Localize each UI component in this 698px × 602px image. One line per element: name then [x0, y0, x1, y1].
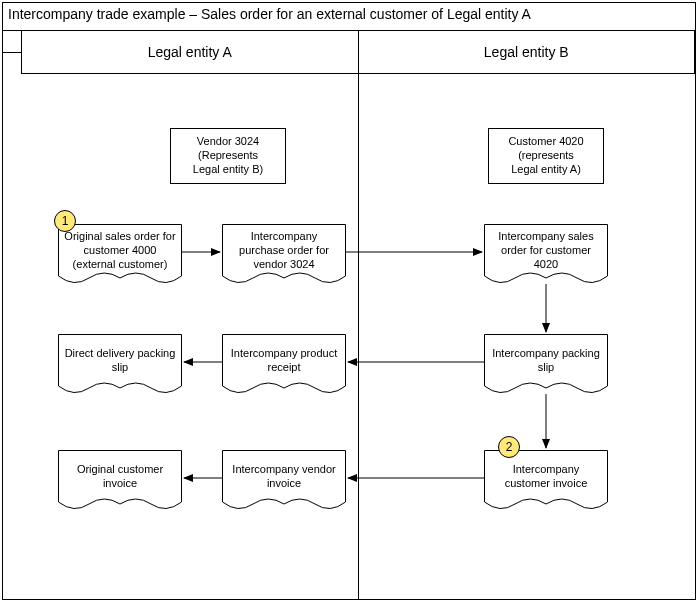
doc-ic-customer-invoice: Intercompany customer invoice — [484, 450, 608, 514]
doc-ic-packing-slip-text: Intercompany packing slip — [490, 338, 602, 384]
doc-ic-purchase-order: Intercompany purchase order for vendor 3… — [222, 224, 346, 288]
doc-original-customer-invoice: Original customer invoice — [58, 450, 182, 514]
doc-original-sales-order: Original sales order for customer 4000 (… — [58, 224, 182, 288]
box-customer-4020: Customer 4020 (represents Legal entity A… — [488, 128, 604, 184]
badge-1: 1 — [54, 210, 76, 232]
doc-original-customer-invoice-text: Original customer invoice — [64, 454, 176, 500]
badge-2: 2 — [498, 436, 520, 458]
diagram-title: Intercompany trade example – Sales order… — [8, 6, 531, 22]
doc-ic-sales-order: Intercompany sales order for customer 40… — [484, 224, 608, 288]
column-headers: Legal entity A Legal entity B — [21, 30, 695, 74]
doc-ic-purchase-order-text: Intercompany purchase order for vendor 3… — [228, 228, 340, 274]
box-vendor-3024: Vendor 3024 (Represents Legal entity B) — [170, 128, 286, 184]
doc-ic-customer-invoice-text: Intercompany customer invoice — [490, 454, 602, 500]
doc-ic-packing-slip: Intercompany packing slip — [484, 334, 608, 398]
doc-ic-product-receipt: Intercompany product receipt — [222, 334, 346, 398]
doc-ic-vendor-invoice-text: Intercompany vendor invoice — [228, 454, 340, 500]
header-legal-entity-b: Legal entity B — [359, 30, 696, 74]
doc-ic-product-receipt-text: Intercompany product receipt — [228, 338, 340, 384]
doc-direct-delivery-slip-text: Direct delivery packing slip — [64, 338, 176, 384]
doc-original-sales-order-text: Original sales order for customer 4000 (… — [64, 228, 176, 274]
doc-ic-vendor-invoice: Intercompany vendor invoice — [222, 450, 346, 514]
box-customer-text: Customer 4020 (represents Legal entity A… — [508, 135, 583, 176]
doc-ic-sales-order-text: Intercompany sales order for customer 40… — [490, 228, 602, 274]
corner-gutter — [3, 30, 22, 53]
diagram-frame: Intercompany trade example – Sales order… — [0, 0, 698, 602]
box-vendor-text: Vendor 3024 (Represents Legal entity B) — [193, 135, 263, 176]
header-legal-entity-a: Legal entity A — [21, 30, 359, 74]
doc-direct-delivery-slip: Direct delivery packing slip — [58, 334, 182, 398]
